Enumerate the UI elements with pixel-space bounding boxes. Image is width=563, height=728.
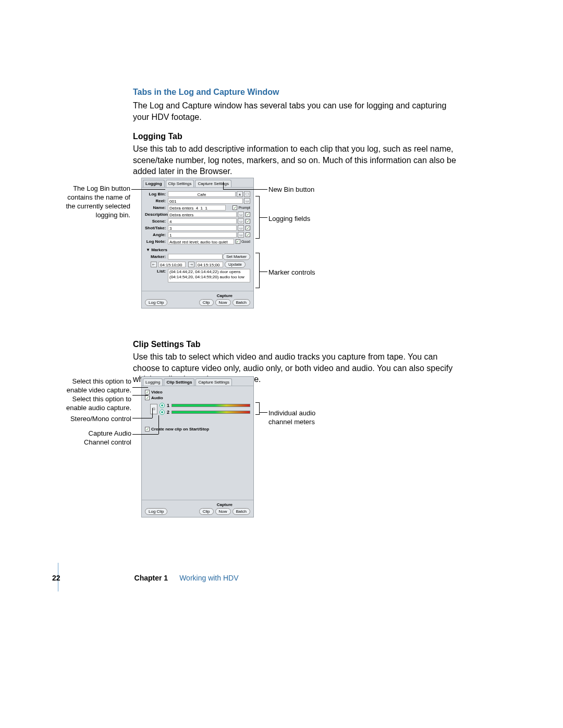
callout-logfields: Logging fields [268,215,310,224]
desc-checkbox[interactable]: ✓ [246,212,250,217]
capture-clip-button-2[interactable]: Clip [199,508,214,515]
scene-input[interactable]: 4 [168,218,237,224]
description-label: Description: [145,212,166,217]
prompt-checkbox[interactable]: ✓ [232,205,237,210]
callout-capaudio: Capture Audio Channel control [68,429,131,447]
capture-now-button[interactable]: Now [215,299,231,306]
angle-label: Angle: [145,232,166,237]
prompt-label: Prompt [238,206,250,209]
channel-1-meter [172,404,250,407]
shot-take-input[interactable]: 3 [168,225,237,231]
callout-stereo: Stereo/Mono control [56,415,131,424]
up-bin-icon[interactable]: ▲ [237,191,243,197]
channel-1-label: 1 [167,403,169,408]
reel-label: Reel: [145,199,166,203]
leader-markers [260,272,267,272]
bracket-markers [255,253,260,288]
scene-label: Scene: [145,219,166,224]
log-bin-label: Log Bin: [145,192,166,196]
capture-label: Capture [199,293,250,298]
log-clip-button-2[interactable]: Log Clip [145,508,167,515]
reel-input[interactable]: 001 [168,198,243,204]
leader-stereo-v [152,408,153,418]
callout-markers: Marker controls [268,268,315,277]
channel-2-toggle[interactable] [160,410,165,415]
tab-clip-settings[interactable]: Clip Settings [166,180,194,187]
log-note-label: Log Note: [145,239,166,244]
shot-take-label: Shot/Take: [145,226,166,230]
good-label: Good [241,240,250,243]
capture-clip-button[interactable]: Clip [199,299,214,306]
name-input[interactable]: Debra enters_4_1_1 [168,205,226,211]
audio-label: Audio [151,396,163,400]
leader-newbin [223,189,267,190]
scene-checkbox[interactable]: ✓ [246,219,250,224]
channel-1-toggle[interactable] [160,403,165,408]
slate-icon-5[interactable]: ▭ [238,232,244,238]
section-title: Tabs in the Log and Capture Window [133,88,456,97]
callout-meters: Individual audio channel meters [268,409,336,427]
page-number: 22 [52,574,60,582]
angle-checkbox[interactable]: ✓ [246,232,250,237]
capture-now-button-2[interactable]: Now [215,508,231,515]
slate-icon[interactable]: ▭ [244,198,250,204]
video-checkbox[interactable]: ✓ [145,390,150,394]
description-input[interactable]: Debra enters [168,212,237,217]
callout-logbin: The Log Bin button contains the name of … [60,184,130,220]
capture-label-2: Capture [199,502,250,507]
marker-label: Marker: [145,254,166,259]
callout-audio-opt: Select this option to enable audio captu… [56,395,131,413]
create-clip-checkbox[interactable]: ✓ [145,427,150,431]
page-footer: 22 Chapter 1 Working with HDV [52,574,469,582]
angle-input[interactable]: 1 [168,232,237,238]
clip-heading: Clip Settings Tab [133,340,456,349]
list-label: List: [145,269,166,274]
tab-capture-settings-2[interactable]: Capture Settings [195,378,232,386]
logging-tab-figure: Logging Clip Settings Capture Settings L… [141,178,254,309]
clip-settings-figure: Logging Clip Settings Capture Settings ✓… [141,376,254,517]
leader-newbin-v [223,182,224,189]
shot-checkbox[interactable]: ✓ [246,226,250,230]
log-note-input[interactable]: Adjust red level; audio too quiet [168,239,234,244]
tc-out-input[interactable]: 04:15:15;00 [196,262,223,267]
good-checkbox[interactable]: ✓ [236,239,240,244]
capture-batch-button[interactable]: Batch [232,299,250,306]
callout-video-opt: Select this option to enable video captu… [56,377,131,395]
callout-newbin: New Bin button [268,186,314,194]
leader-capaudio [132,434,158,435]
logging-heading: Logging Tab [133,132,456,141]
logging-paragraph: Use this tab to add descriptive informat… [133,143,456,177]
bracket-meters [255,402,260,415]
set-marker-button[interactable]: Set Marker [223,253,250,260]
stereo-mono-toggle[interactable]: ⊟ [150,404,157,414]
channel-2-meter [172,411,250,414]
leader-video [132,387,148,388]
mark-in-icon[interactable]: ⇤ [151,262,157,267]
bracket-logfields [255,196,260,239]
leader-audio [132,395,148,396]
tab-logging-2[interactable]: Logging [143,378,163,386]
new-bin-icon[interactable]: ☐ [244,191,250,197]
leader-capaudio-v [158,415,159,434]
video-label: Video [151,390,163,394]
log-bin-button[interactable]: Cafe [168,191,236,197]
slate-icon-4[interactable]: ▭ [238,225,244,231]
markers-heading: ▼ Markers [146,248,250,252]
marker-input[interactable] [168,254,223,260]
update-button[interactable]: Update [225,261,246,268]
tab-capture-settings[interactable]: Capture Settings [195,180,231,187]
intro-paragraph: The Log and Capture window has several t… [133,100,456,122]
tab-clip-settings-2[interactable]: Clip Settings [164,378,194,386]
tc-in-input[interactable]: 04:15:10;00 [158,262,186,267]
mark-out-icon[interactable]: ⇥ [188,262,194,267]
capture-batch-button-2[interactable]: Batch [232,508,250,515]
log-clip-button[interactable]: Log Clip [145,299,167,306]
slate-icon-3[interactable]: ▭ [238,218,244,224]
channel-2-label: 2 [167,410,169,415]
leader-meters [260,412,267,413]
slate-icon-2[interactable]: ▭ [238,212,244,217]
audio-checkbox[interactable]: ✓ [145,396,150,400]
marker-list[interactable]: (04:14:44;22, 04:14:44;22) door opens (0… [168,269,250,282]
tab-logging[interactable]: Logging [143,180,165,187]
name-label: Name: [145,205,166,210]
